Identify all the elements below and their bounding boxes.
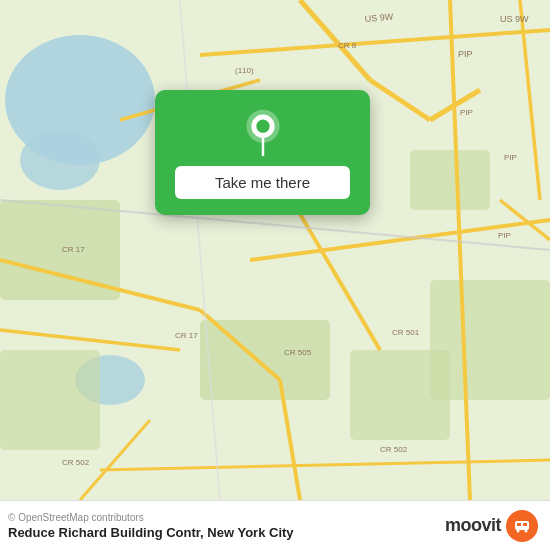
moovit-icon [506,510,538,542]
svg-text:PIP: PIP [498,231,511,240]
svg-text:CR 502: CR 502 [380,445,408,454]
moovit-logo: moovit [445,510,538,542]
bottom-bar: © OpenStreetMap contributors Reduce Rich… [0,500,550,550]
svg-text:CR 17: CR 17 [62,245,85,254]
svg-text:(110): (110) [235,66,254,75]
location-pin-icon [239,108,287,156]
svg-point-45 [256,120,269,133]
svg-point-50 [525,529,528,532]
svg-rect-7 [410,150,490,210]
svg-rect-48 [523,523,527,526]
svg-text:PIP: PIP [460,108,473,117]
location-card: Take me there [155,90,370,215]
svg-text:PIP: PIP [504,153,517,162]
svg-text:CR 501: CR 501 [392,328,420,337]
svg-text:PIP: PIP [458,49,473,59]
bottom-left: © OpenStreetMap contributors Reduce Rich… [8,512,445,540]
svg-text:CR 502: CR 502 [62,458,90,467]
svg-point-2 [20,130,100,190]
take-me-there-button[interactable]: Take me there [175,166,350,199]
svg-point-49 [517,529,520,532]
moovit-brand-text: moovit [445,515,501,536]
map-attribution: © OpenStreetMap contributors [8,512,445,523]
svg-text:CR 8: CR 8 [338,41,357,50]
svg-text:CR 17: CR 17 [175,331,198,340]
svg-text:US 9W: US 9W [500,14,529,24]
map-container: US 9W US 9W (110) 505 CR 17 CR 17 CR 505… [0,0,550,500]
svg-rect-8 [0,350,100,450]
svg-rect-47 [517,523,521,526]
svg-text:CR 505: CR 505 [284,348,312,357]
svg-rect-9 [430,280,550,400]
svg-rect-5 [200,320,330,400]
location-name: Reduce Richard Building Contr, New York … [8,525,445,540]
